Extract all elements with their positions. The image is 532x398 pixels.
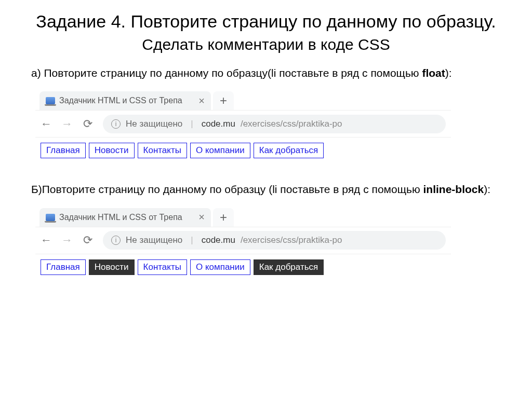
url-path: /exercises/css/praktika-po bbox=[241, 119, 342, 129]
toolbar: ← → ⟳ i Не защищено | code.mu/exercises/… bbox=[35, 110, 451, 137]
menu-item[interactable]: Новости bbox=[89, 259, 135, 275]
info-icon: i bbox=[111, 236, 121, 245]
task-b-bold: inline-block bbox=[423, 183, 484, 195]
separator: | bbox=[191, 235, 193, 245]
reload-button[interactable]: ⟳ bbox=[82, 117, 94, 131]
nav-menu-b: ГлавнаяНовостиКонтактыО компанииКак добр… bbox=[41, 259, 446, 275]
browser-tab[interactable]: Задачник HTML и CSS от Трепа × bbox=[39, 91, 211, 110]
task-a-text: а) Повторите страницу по данному по обра… bbox=[31, 66, 501, 80]
task-b-prefix: Б)Повторите страницу по данному по образ… bbox=[31, 183, 423, 195]
not-secure-label: Не защищено bbox=[126, 119, 182, 129]
not-secure-label: Не защищено bbox=[126, 235, 182, 245]
info-icon: i bbox=[111, 119, 121, 129]
separator: | bbox=[191, 119, 193, 129]
task-a-prefix: а) Повторите страницу по данному по обра… bbox=[31, 67, 422, 79]
browser-tab[interactable]: Задачник HTML и CSS от Трепа × bbox=[39, 208, 211, 227]
page-content: ГлавнаяНовостиКонтактыО компанииКак добр… bbox=[35, 254, 451, 283]
page-heading: Задание 4. Повторите страницу по данному… bbox=[31, 10, 501, 54]
screenshot-a: Задачник HTML и CSS от Трепа × + ← → ⟳ i… bbox=[35, 87, 451, 167]
task-a-suffix: ): bbox=[445, 67, 452, 79]
menu-item[interactable]: О компании bbox=[190, 143, 250, 158]
favicon-icon bbox=[46, 97, 55, 104]
favicon-icon bbox=[46, 214, 55, 221]
url-domain: code.mu bbox=[202, 119, 235, 129]
plus-icon: + bbox=[220, 93, 227, 108]
plus-icon: + bbox=[220, 210, 227, 225]
menu-item[interactable]: Главная bbox=[41, 259, 86, 275]
reload-button[interactable]: ⟳ bbox=[82, 234, 94, 247]
back-button[interactable]: ← bbox=[41, 234, 52, 247]
menu-item[interactable]: Контакты bbox=[138, 259, 187, 275]
task-a-bold: float bbox=[422, 67, 445, 79]
tab-bar: Задачник HTML и CSS от Трепа × + bbox=[35, 204, 451, 227]
tab-title: Задачник HTML и CSS от Трепа bbox=[59, 213, 182, 222]
url-path: /exercises/css/praktika-po bbox=[241, 235, 342, 245]
new-tab-button[interactable]: + bbox=[213, 208, 234, 227]
menu-item[interactable]: О компании bbox=[190, 259, 250, 275]
screenshot-b: Задачник HTML и CSS от Трепа × + ← → ⟳ i… bbox=[35, 204, 451, 283]
tab-title: Задачник HTML и CSS от Трепа bbox=[59, 96, 182, 105]
menu-item[interactable]: Контакты bbox=[138, 143, 187, 158]
page-content: Главная Новости Контакты О компании Как … bbox=[35, 137, 451, 167]
new-tab-button[interactable]: + bbox=[213, 91, 234, 110]
task-b-suffix: ): bbox=[484, 183, 490, 195]
menu-item[interactable]: Как добраться bbox=[254, 259, 324, 275]
task-b-text: Б)Повторите страницу по данному по образ… bbox=[31, 182, 501, 196]
heading-main: Задание 4. Повторите страницу по данному… bbox=[36, 11, 496, 31]
close-icon[interactable]: × bbox=[198, 95, 205, 107]
menu-item[interactable]: Как добраться bbox=[254, 143, 324, 158]
heading-sub: Сделать комментарии в коде CSS bbox=[142, 36, 390, 53]
tab-bar: Задачник HTML и CSS от Трепа × + bbox=[35, 87, 451, 110]
nav-menu-a: Главная Новости Контакты О компании Как … bbox=[41, 143, 446, 158]
menu-item[interactable]: Новости bbox=[89, 143, 135, 158]
back-button[interactable]: ← bbox=[41, 117, 52, 131]
address-bar[interactable]: i Не защищено | code.mu/exercises/css/pr… bbox=[103, 115, 446, 133]
url-domain: code.mu bbox=[202, 235, 235, 245]
menu-item[interactable]: Главная bbox=[41, 143, 86, 158]
forward-button[interactable]: → bbox=[61, 234, 73, 247]
forward-button[interactable]: → bbox=[61, 117, 73, 131]
close-icon[interactable]: × bbox=[198, 211, 205, 223]
address-bar[interactable]: i Не защищено | code.mu/exercises/css/pr… bbox=[103, 231, 446, 250]
toolbar: ← → ⟳ i Не защищено | code.mu/exercises/… bbox=[35, 227, 451, 254]
